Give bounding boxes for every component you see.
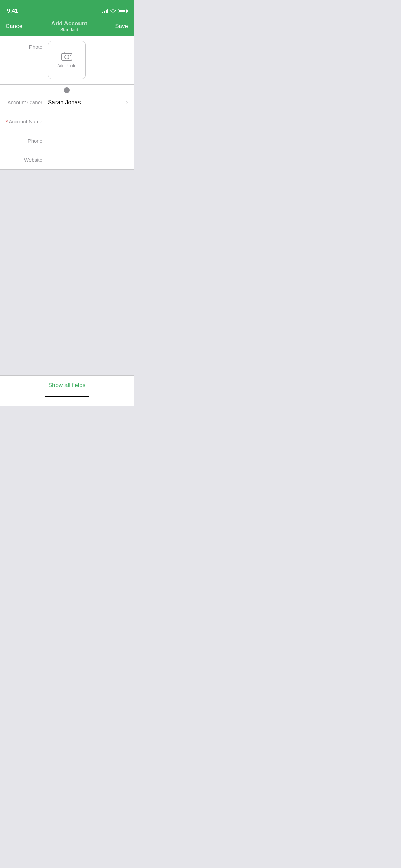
cancel-button[interactable]: Cancel (5, 23, 24, 30)
account-owner-row[interactable]: Account Owner Sarah Jonas › (0, 93, 134, 112)
photo-label: Photo (0, 41, 48, 50)
form-content: Photo Add Photo Account Owner Sarah Jona… (0, 36, 134, 170)
home-indicator (0, 393, 134, 406)
status-time: 9:41 (7, 8, 18, 14)
website-label: Website (0, 157, 48, 164)
nav-title: Add Account Standard (24, 20, 115, 33)
account-name-row[interactable]: * Account Name (0, 112, 134, 131)
svg-point-1 (65, 55, 69, 59)
photo-row: Photo Add Photo (0, 36, 134, 85)
svg-rect-2 (65, 52, 69, 53)
account-name-input[interactable] (48, 118, 134, 125)
phone-label: Phone (0, 137, 48, 144)
account-owner-value: Sarah Jonas (48, 99, 126, 106)
nav-bar: Cancel Add Account Standard Save (0, 17, 134, 36)
phone-row[interactable]: Phone (0, 131, 134, 150)
camera-icon (61, 52, 72, 61)
battery-icon (118, 9, 127, 13)
wifi-icon (110, 9, 116, 13)
signal-icon (102, 9, 108, 13)
status-icons (102, 9, 127, 13)
add-photo-label: Add Photo (57, 63, 76, 68)
nav-title-main: Add Account (24, 20, 115, 27)
chevron-right-icon: › (126, 99, 134, 106)
required-star: * (5, 119, 9, 124)
svg-point-3 (70, 55, 71, 56)
scroll-indicator (0, 85, 134, 93)
add-photo-button[interactable]: Add Photo (48, 41, 86, 79)
home-bar (45, 396, 89, 397)
save-button[interactable]: Save (115, 23, 128, 30)
show-all-fields-button[interactable]: Show all fields (48, 382, 86, 389)
account-name-label: * Account Name (0, 118, 48, 125)
phone-input[interactable] (48, 137, 134, 144)
status-bar: 9:41 (0, 0, 134, 17)
gray-area (0, 170, 134, 375)
website-row[interactable]: Website (0, 150, 134, 170)
nav-title-sub: Standard (24, 27, 115, 33)
website-input[interactable] (48, 157, 134, 164)
show-all-container: Show all fields (0, 375, 134, 393)
account-owner-label: Account Owner (0, 99, 48, 106)
scroll-dot (64, 87, 70, 93)
